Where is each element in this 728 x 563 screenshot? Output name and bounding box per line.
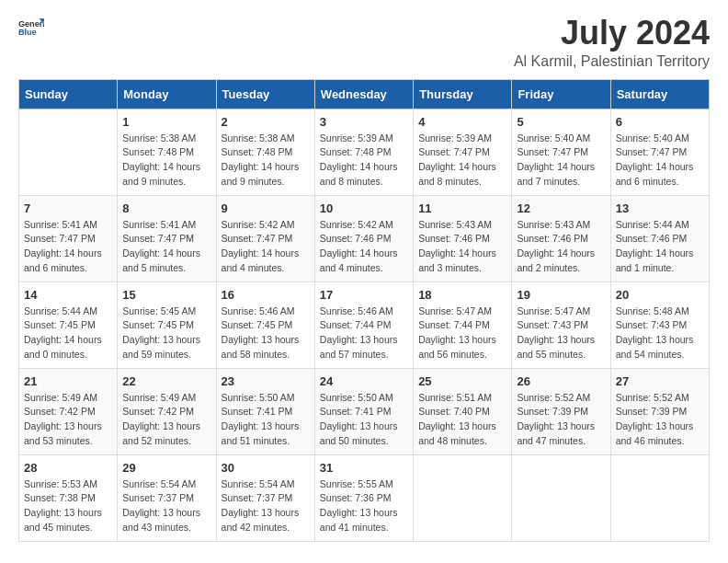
day-number: 7 xyxy=(24,201,112,215)
cell-info: Sunrise: 5:39 AM Sunset: 7:47 PM Dayligh… xyxy=(418,132,506,190)
calendar-body: 1Sunrise: 5:38 AM Sunset: 7:48 PM Daylig… xyxy=(19,109,710,541)
logo-icon: General Blue xyxy=(18,15,44,40)
week-row-2: 7Sunrise: 5:41 AM Sunset: 7:47 PM Daylig… xyxy=(19,195,710,282)
day-number: 5 xyxy=(517,115,605,129)
cell-w1-d3: 2Sunrise: 5:38 AM Sunset: 7:48 PM Daylig… xyxy=(216,109,314,195)
cell-w5-d3: 30Sunrise: 5:54 AM Sunset: 7:37 PM Dayli… xyxy=(216,454,314,541)
day-number: 31 xyxy=(320,461,408,475)
day-number: 19 xyxy=(517,288,605,302)
day-number: 3 xyxy=(320,115,408,129)
cell-info: Sunrise: 5:54 AM Sunset: 7:37 PM Dayligh… xyxy=(122,477,210,535)
day-number: 9 xyxy=(222,201,310,215)
cell-info: Sunrise: 5:39 AM Sunset: 7:48 PM Dayligh… xyxy=(320,132,408,190)
cell-w2-d6: 12Sunrise: 5:43 AM Sunset: 7:46 PM Dayli… xyxy=(512,195,610,282)
day-number: 30 xyxy=(222,461,310,475)
cell-info: Sunrise: 5:38 AM Sunset: 7:48 PM Dayligh… xyxy=(122,132,210,190)
svg-text:Blue: Blue xyxy=(18,28,37,37)
cell-info: Sunrise: 5:50 AM Sunset: 7:41 PM Dayligh… xyxy=(222,391,310,449)
cell-w3-d1: 14Sunrise: 5:44 AM Sunset: 7:45 PM Dayli… xyxy=(19,282,118,368)
cell-info: Sunrise: 5:47 AM Sunset: 7:44 PM Dayligh… xyxy=(418,304,506,362)
day-number: 13 xyxy=(616,201,704,215)
cell-info: Sunrise: 5:47 AM Sunset: 7:43 PM Dayligh… xyxy=(517,304,605,362)
day-number: 1 xyxy=(122,115,210,129)
day-number: 20 xyxy=(616,288,704,302)
cell-w3-d5: 18Sunrise: 5:47 AM Sunset: 7:44 PM Dayli… xyxy=(414,282,512,368)
svg-text:General: General xyxy=(18,19,44,29)
cell-info: Sunrise: 5:54 AM Sunset: 7:37 PM Dayligh… xyxy=(222,477,310,535)
cell-w2-d7: 13Sunrise: 5:44 AM Sunset: 7:46 PM Dayli… xyxy=(610,195,709,282)
header-saturday: Saturday xyxy=(610,79,709,109)
day-number: 15 xyxy=(122,288,210,302)
day-number: 16 xyxy=(222,288,310,302)
cell-info: Sunrise: 5:49 AM Sunset: 7:42 PM Dayligh… xyxy=(24,391,112,449)
header-friday: Friday xyxy=(512,79,610,109)
cell-info: Sunrise: 5:38 AM Sunset: 7:48 PM Dayligh… xyxy=(222,132,310,190)
day-number: 12 xyxy=(517,201,605,215)
cell-w1-d2: 1Sunrise: 5:38 AM Sunset: 7:48 PM Daylig… xyxy=(118,109,216,195)
cell-info: Sunrise: 5:52 AM Sunset: 7:39 PM Dayligh… xyxy=(616,391,704,449)
cell-info: Sunrise: 5:42 AM Sunset: 7:46 PM Dayligh… xyxy=(320,218,408,276)
cell-w2-d5: 11Sunrise: 5:43 AM Sunset: 7:46 PM Dayli… xyxy=(414,195,512,282)
header: General Blue July 2024 Al Karmil, Palest… xyxy=(18,15,710,70)
day-number: 29 xyxy=(122,461,210,475)
cell-w4-d3: 23Sunrise: 5:50 AM Sunset: 7:41 PM Dayli… xyxy=(216,368,314,454)
day-number: 18 xyxy=(418,288,506,302)
day-number: 10 xyxy=(320,201,408,215)
cell-info: Sunrise: 5:43 AM Sunset: 7:46 PM Dayligh… xyxy=(517,218,605,276)
cell-info: Sunrise: 5:40 AM Sunset: 7:47 PM Dayligh… xyxy=(517,132,605,190)
cell-info: Sunrise: 5:43 AM Sunset: 7:46 PM Dayligh… xyxy=(418,218,506,276)
cell-w3-d4: 17Sunrise: 5:46 AM Sunset: 7:44 PM Dayli… xyxy=(314,282,413,368)
cell-info: Sunrise: 5:55 AM Sunset: 7:36 PM Dayligh… xyxy=(320,477,408,535)
main-title: July 2024 xyxy=(514,15,710,52)
cell-info: Sunrise: 5:53 AM Sunset: 7:38 PM Dayligh… xyxy=(24,477,112,535)
logo: General Blue xyxy=(18,15,44,40)
cell-w4-d6: 26Sunrise: 5:52 AM Sunset: 7:39 PM Dayli… xyxy=(512,368,610,454)
cell-w5-d6 xyxy=(512,454,610,541)
cell-info: Sunrise: 5:42 AM Sunset: 7:47 PM Dayligh… xyxy=(222,218,310,276)
cell-w3-d2: 15Sunrise: 5:45 AM Sunset: 7:45 PM Dayli… xyxy=(118,282,216,368)
cell-w4-d2: 22Sunrise: 5:49 AM Sunset: 7:42 PM Dayli… xyxy=(118,368,216,454)
cell-w4-d5: 25Sunrise: 5:51 AM Sunset: 7:40 PM Dayli… xyxy=(414,368,512,454)
cell-w2-d2: 8Sunrise: 5:41 AM Sunset: 7:47 PM Daylig… xyxy=(118,195,216,282)
day-number: 25 xyxy=(418,374,506,388)
cell-info: Sunrise: 5:44 AM Sunset: 7:46 PM Dayligh… xyxy=(616,218,704,276)
day-number: 22 xyxy=(122,374,210,388)
cell-info: Sunrise: 5:45 AM Sunset: 7:45 PM Dayligh… xyxy=(122,304,210,362)
calendar-header: Sunday Monday Tuesday Wednesday Thursday… xyxy=(19,79,710,109)
day-number: 27 xyxy=(616,374,704,388)
day-number: 17 xyxy=(320,288,408,302)
header-monday: Monday xyxy=(118,79,216,109)
cell-w4-d1: 21Sunrise: 5:49 AM Sunset: 7:42 PM Dayli… xyxy=(19,368,118,454)
cell-info: Sunrise: 5:40 AM Sunset: 7:47 PM Dayligh… xyxy=(616,132,704,190)
subtitle: Al Karmil, Palestinian Territory xyxy=(514,53,710,70)
cell-w3-d6: 19Sunrise: 5:47 AM Sunset: 7:43 PM Dayli… xyxy=(512,282,610,368)
cell-info: Sunrise: 5:41 AM Sunset: 7:47 PM Dayligh… xyxy=(122,218,210,276)
cell-info: Sunrise: 5:41 AM Sunset: 7:47 PM Dayligh… xyxy=(24,218,112,276)
day-number: 21 xyxy=(24,374,112,388)
cell-info: Sunrise: 5:52 AM Sunset: 7:39 PM Dayligh… xyxy=(517,391,605,449)
title-area: July 2024 Al Karmil, Palestinian Territo… xyxy=(514,15,710,70)
day-number: 6 xyxy=(616,115,704,129)
cell-info: Sunrise: 5:50 AM Sunset: 7:41 PM Dayligh… xyxy=(320,391,408,449)
cell-w1-d6: 5Sunrise: 5:40 AM Sunset: 7:47 PM Daylig… xyxy=(512,109,610,195)
cell-w5-d1: 28Sunrise: 5:53 AM Sunset: 7:38 PM Dayli… xyxy=(19,454,118,541)
header-wednesday: Wednesday xyxy=(314,79,413,109)
header-sunday: Sunday xyxy=(19,79,118,109)
cell-info: Sunrise: 5:46 AM Sunset: 7:44 PM Dayligh… xyxy=(320,304,408,362)
cell-w2-d1: 7Sunrise: 5:41 AM Sunset: 7:47 PM Daylig… xyxy=(19,195,118,282)
week-row-3: 14Sunrise: 5:44 AM Sunset: 7:45 PM Dayli… xyxy=(19,282,710,368)
header-thursday: Thursday xyxy=(414,79,512,109)
cell-w5-d5 xyxy=(414,454,512,541)
cell-w3-d3: 16Sunrise: 5:46 AM Sunset: 7:45 PM Dayli… xyxy=(216,282,314,368)
calendar-table: Sunday Monday Tuesday Wednesday Thursday… xyxy=(18,79,710,542)
cell-w5-d4: 31Sunrise: 5:55 AM Sunset: 7:36 PM Dayli… xyxy=(314,454,413,541)
cell-w3-d7: 20Sunrise: 5:48 AM Sunset: 7:43 PM Dayli… xyxy=(610,282,709,368)
week-row-4: 21Sunrise: 5:49 AM Sunset: 7:42 PM Dayli… xyxy=(19,368,710,454)
cell-info: Sunrise: 5:49 AM Sunset: 7:42 PM Dayligh… xyxy=(122,391,210,449)
header-row: Sunday Monday Tuesday Wednesday Thursday… xyxy=(19,79,710,109)
day-number: 2 xyxy=(222,115,310,129)
day-number: 14 xyxy=(24,288,112,302)
cell-w2-d3: 9Sunrise: 5:42 AM Sunset: 7:47 PM Daylig… xyxy=(216,195,314,282)
week-row-1: 1Sunrise: 5:38 AM Sunset: 7:48 PM Daylig… xyxy=(19,109,710,195)
cell-info: Sunrise: 5:44 AM Sunset: 7:45 PM Dayligh… xyxy=(24,304,112,362)
